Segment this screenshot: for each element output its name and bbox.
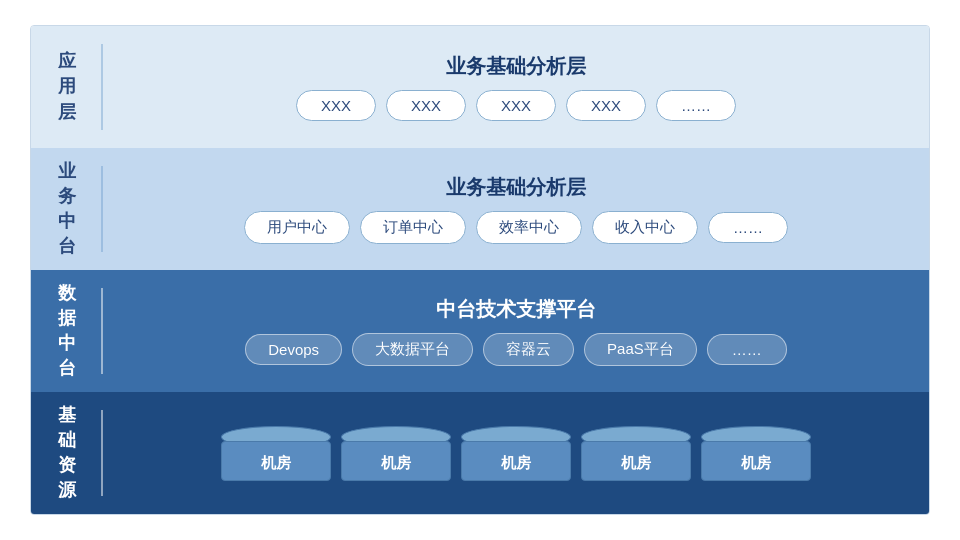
data-card-2: 容器云 <box>483 333 574 366</box>
data-card-4: …… <box>707 334 787 365</box>
infra-label-0: 机房 <box>261 454 291 473</box>
data-card-0: Devops <box>245 334 342 365</box>
biz-card-2: 效率中心 <box>476 211 582 244</box>
infra-layer: 基础资源 机房 机房 机房 <box>31 392 929 514</box>
app-cards-row: XXX XXX XXX XXX …… <box>296 90 736 121</box>
biz-label: 业务中台 <box>31 148 103 270</box>
infra-cylinder-1: 机房 <box>341 426 451 481</box>
infra-label: 基础资源 <box>31 392 103 514</box>
app-card-1: XXX <box>386 90 466 121</box>
app-card-0: XXX <box>296 90 376 121</box>
biz-card-4: …… <box>708 212 788 243</box>
infra-label-2: 机房 <box>501 454 531 473</box>
biz-card-0: 用户中心 <box>244 211 350 244</box>
infra-label-1: 机房 <box>381 454 411 473</box>
data-card-1: 大数据平台 <box>352 333 473 366</box>
app-content: 业务基础分析层 XXX XXX XXX XXX …… <box>103 26 929 148</box>
biz-layer: 业务中台 业务基础分析层 用户中心 订单中心 效率中心 收入中心 …… <box>31 148 929 270</box>
infra-cylinder-3: 机房 <box>581 426 691 481</box>
data-content: 中台技术支撑平台 Devops 大数据平台 容器云 PaaS平台 …… <box>103 270 929 392</box>
biz-content: 业务基础分析层 用户中心 订单中心 效率中心 收入中心 …… <box>103 148 929 270</box>
app-card-2: XXX <box>476 90 556 121</box>
data-card-3: PaaS平台 <box>584 333 697 366</box>
biz-title: 业务基础分析层 <box>446 174 586 201</box>
app-card-4: …… <box>656 90 736 121</box>
data-title: 中台技术支撑平台 <box>436 296 596 323</box>
app-card-3: XXX <box>566 90 646 121</box>
data-label: 数据中台 <box>31 270 103 392</box>
infra-label-4: 机房 <box>741 454 771 473</box>
biz-card-3: 收入中心 <box>592 211 698 244</box>
app-title: 业务基础分析层 <box>446 53 586 80</box>
infra-cylinder-2: 机房 <box>461 426 571 481</box>
infra-content: 机房 机房 机房 机房 <box>103 392 929 514</box>
app-layer: 应用层 业务基础分析层 XXX XXX XXX XXX …… <box>31 26 929 148</box>
biz-card-1: 订单中心 <box>360 211 466 244</box>
infra-cylinders-row: 机房 机房 机房 机房 <box>221 426 811 481</box>
infra-label-3: 机房 <box>621 454 651 473</box>
infra-cylinder-0: 机房 <box>221 426 331 481</box>
data-layer: 数据中台 中台技术支撑平台 Devops 大数据平台 容器云 PaaS平台 …… <box>31 270 929 392</box>
app-label: 应用层 <box>31 26 103 148</box>
architecture-diagram: 应用层 业务基础分析层 XXX XXX XXX XXX …… 业务中台 业务基础… <box>30 25 930 515</box>
biz-cards-row: 用户中心 订单中心 效率中心 收入中心 …… <box>244 211 788 244</box>
data-cards-row: Devops 大数据平台 容器云 PaaS平台 …… <box>245 333 787 366</box>
infra-cylinder-4: 机房 <box>701 426 811 481</box>
